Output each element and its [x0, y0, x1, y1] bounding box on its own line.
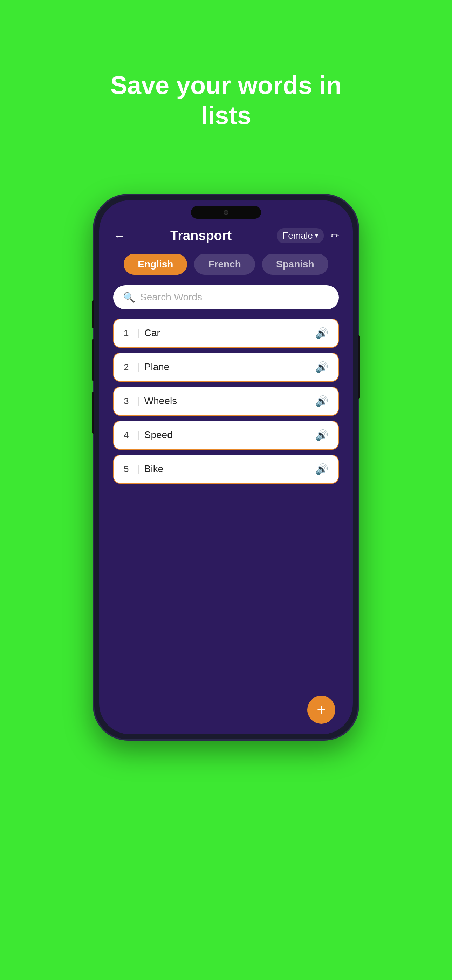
separator-4: |: [137, 430, 140, 441]
phone-mockup: ← Transport Female ▾ ✏ English French Sp…: [93, 194, 359, 741]
word-number-3: 3: [124, 396, 132, 407]
camera-icon: [224, 210, 228, 215]
word-number-1: 1: [124, 328, 132, 339]
back-button[interactable]: ←: [113, 229, 125, 243]
word-text-5: Bike: [144, 463, 163, 474]
word-item-5[interactable]: 5 | Bike 🔊: [113, 455, 339, 484]
tab-english[interactable]: English: [124, 254, 187, 275]
word-number-5: 5: [124, 464, 132, 474]
word-item-4[interactable]: 4 | Speed 🔊: [113, 421, 339, 450]
chevron-down-icon: ▾: [315, 232, 318, 239]
page-title: Transport: [125, 228, 277, 243]
sound-icon-2[interactable]: 🔊: [315, 361, 328, 373]
words-list: 1 | Car 🔊 2 | Plane 🔊 3: [99, 315, 353, 734]
word-text-3: Wheels: [144, 395, 177, 407]
separator-2: |: [137, 362, 140, 372]
word-left-3: 3 | Wheels: [124, 395, 177, 407]
search-box[interactable]: 🔍 Search Words: [113, 285, 339, 310]
tab-french[interactable]: French: [194, 254, 255, 275]
sound-icon-1[interactable]: 🔊: [315, 327, 328, 339]
hero-title: Save your words in lists: [103, 70, 349, 131]
word-item-2[interactable]: 2 | Plane 🔊: [113, 353, 339, 382]
word-text-1: Car: [144, 328, 160, 339]
sound-icon-5[interactable]: 🔊: [315, 463, 328, 475]
side-button-power: [358, 336, 360, 399]
gender-label: Female: [282, 230, 313, 241]
word-text-2: Plane: [144, 361, 170, 372]
side-button-vol-down: [92, 391, 94, 434]
add-word-button[interactable]: +: [307, 696, 335, 724]
word-text-4: Speed: [144, 430, 173, 441]
notch-area: [99, 200, 353, 225]
side-button-vol-up: [92, 339, 94, 381]
notch: [191, 206, 261, 219]
word-left-2: 2 | Plane: [124, 361, 169, 372]
edit-button[interactable]: ✏: [331, 230, 339, 242]
word-number-4: 4: [124, 430, 132, 441]
separator-1: |: [137, 328, 140, 339]
search-container: 🔍 Search Words: [113, 285, 339, 310]
fab-container: +: [307, 696, 335, 724]
separator-5: |: [137, 464, 140, 474]
search-icon: 🔍: [123, 292, 135, 303]
word-left-5: 5 | Bike: [124, 463, 163, 474]
word-item-1[interactable]: 1 | Car 🔊: [113, 318, 339, 348]
app-header: ← Transport Female ▾ ✏: [99, 225, 353, 250]
word-item-3[interactable]: 3 | Wheels 🔊: [113, 387, 339, 416]
word-number-2: 2: [124, 362, 132, 372]
search-input[interactable]: Search Words: [140, 292, 202, 303]
word-left-4: 4 | Speed: [124, 430, 173, 441]
sound-icon-4[interactable]: 🔊: [315, 429, 328, 441]
word-left-1: 1 | Car: [124, 328, 160, 339]
language-tabs: English French Spanish: [99, 250, 353, 282]
phone-outer: ← Transport Female ▾ ✏ English French Sp…: [93, 194, 359, 741]
tab-spanish[interactable]: Spanish: [262, 254, 328, 275]
side-button-silent: [92, 301, 94, 328]
sound-icon-3[interactable]: 🔊: [315, 395, 328, 407]
gender-selector[interactable]: Female ▾: [277, 228, 324, 243]
phone-screen: ← Transport Female ▾ ✏ English French Sp…: [99, 200, 353, 734]
separator-3: |: [137, 396, 140, 407]
